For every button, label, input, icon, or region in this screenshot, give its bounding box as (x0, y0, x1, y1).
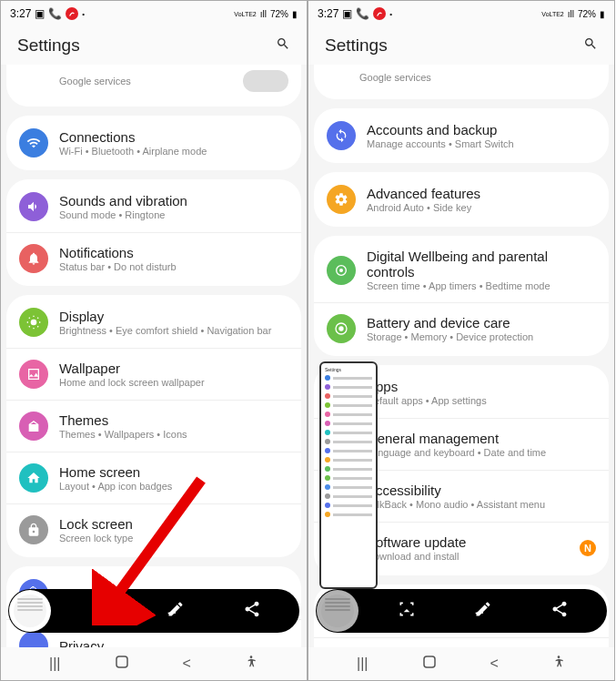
setting-display[interactable]: DisplayBrightness • Eye comfort shield •… (6, 297, 301, 348)
page-title: Settings (17, 36, 80, 56)
battery-icon: ▮ (600, 9, 605, 19)
scroll-capture-preview[interactable]: Settings (319, 361, 378, 589)
nav-recents[interactable]: ||| (49, 656, 60, 672)
status-time: 3:27 (10, 7, 31, 20)
home-icon (19, 463, 48, 493)
edit-button[interactable] (474, 600, 492, 623)
notifications-icon (19, 244, 48, 273)
status-battery: 72% (270, 9, 288, 19)
status-bar: 3:27 ▣ 📞 • VoLTE2 ıll 72% ▮ (1, 1, 307, 26)
status-image-icon: ▣ (342, 7, 352, 20)
scroll-capture-button[interactable] (90, 600, 108, 623)
status-dot: • (82, 10, 85, 18)
setting-notifications[interactable]: NotificationsStatus bar • Do not disturb (6, 232, 301, 284)
nav-accessibility[interactable] (551, 655, 566, 673)
svg-point-0 (31, 320, 37, 326)
screenshot-toolbar (316, 589, 607, 633)
nav-back[interactable]: < (183, 656, 191, 672)
nav-recents[interactable]: ||| (357, 656, 368, 672)
wallpaper-icon (19, 360, 48, 389)
screenshot-preview[interactable] (9, 590, 51, 632)
status-dot: • (389, 10, 392, 18)
nav-bar: ||| < (308, 647, 614, 680)
nav-accessibility[interactable] (244, 655, 258, 673)
share-button[interactable] (550, 600, 569, 623)
status-phone-icon: 📞 (356, 7, 369, 20)
setting-battery[interactable]: Battery and device careStorage • Memory … (314, 302, 609, 354)
wellbeing-icon (327, 256, 356, 285)
screenshot-toolbar (8, 589, 299, 633)
nav-home[interactable] (114, 654, 130, 674)
nav-back[interactable]: < (490, 656, 499, 672)
setting-wallpaper[interactable]: WallpaperHome and lock screen wallpaper (6, 348, 301, 400)
battery-icon (327, 314, 356, 343)
status-bar: 3:27 ▣ 📞 • VoLTE2 ıll 72% ▮ (308, 1, 614, 26)
header: Settings (308, 26, 614, 65)
battery-icon: ▮ (292, 9, 298, 19)
screenshot-preview[interactable] (317, 590, 358, 632)
svg-point-9 (338, 326, 343, 330)
wifi-icon (19, 128, 48, 158)
status-network: VoLTE2 (234, 11, 256, 17)
status-image-icon: ▣ (35, 7, 45, 20)
svg-point-7 (339, 269, 343, 272)
carrier-logo (66, 7, 78, 20)
share-button[interactable] (243, 600, 261, 623)
nav-home[interactable] (421, 654, 438, 674)
partial-item-sub: Google services (359, 72, 596, 83)
page-title: Settings (325, 36, 388, 56)
svg-rect-18 (476, 611, 483, 613)
status-phone-icon: 📞 (48, 7, 62, 20)
status-time: 3:27 (318, 7, 338, 20)
status-signal: ıll (260, 9, 267, 19)
setting-lockscreen[interactable]: Lock screenScreen lock type (6, 503, 301, 555)
status-signal: ıll (568, 9, 574, 19)
search-button[interactable] (276, 36, 290, 55)
svg-rect-4 (116, 656, 127, 667)
setting-wellbeing[interactable]: Digital Wellbeing and parental controlsS… (314, 238, 609, 302)
search-button[interactable] (583, 36, 598, 55)
update-badge: N (580, 540, 596, 556)
phone-screen-right: 3:27 ▣ 📞 • VoLTE2 ıll 72% ▮ Settings Goo… (308, 0, 615, 681)
status-battery: 72% (578, 9, 596, 19)
toggle[interactable] (243, 70, 288, 92)
setting-accounts[interactable]: Accounts and backupManage accounts • Sma… (314, 110, 609, 161)
status-network: VoLTE2 (541, 11, 563, 17)
setting-themes[interactable]: ThemesThemes • Wallpapers • Icons (6, 400, 301, 452)
carrier-logo (373, 7, 386, 20)
scroll-capture-button[interactable] (398, 600, 416, 623)
themes-icon (19, 412, 48, 441)
svg-rect-3 (168, 611, 176, 613)
setting-homescreen[interactable]: Home screenLayout • App icon badges (6, 452, 301, 503)
edit-button[interactable] (167, 600, 185, 623)
sound-icon (19, 192, 48, 221)
nav-bar: ||| < (1, 647, 307, 680)
svg-point-5 (250, 656, 253, 658)
svg-point-20 (558, 656, 560, 658)
header: Settings (1, 26, 307, 65)
lock-icon (19, 515, 48, 544)
backup-icon (327, 121, 356, 150)
setting-advanced[interactable]: Advanced featuresAndroid Auto • Side key (314, 174, 609, 225)
phone-screen-left: 3:27 ▣ 📞 • VoLTE2 ıll 72% ▮ Settings Goo… (0, 0, 308, 681)
partial-item-sub: Google services (59, 76, 243, 86)
advanced-icon (327, 185, 356, 214)
setting-sounds[interactable]: Sounds and vibrationSound mode • Rington… (6, 181, 301, 232)
setting-connections[interactable]: ConnectionsWi-Fi • Bluetooth • Airplane … (6, 117, 301, 168)
display-icon (19, 308, 48, 337)
svg-rect-19 (424, 656, 435, 667)
